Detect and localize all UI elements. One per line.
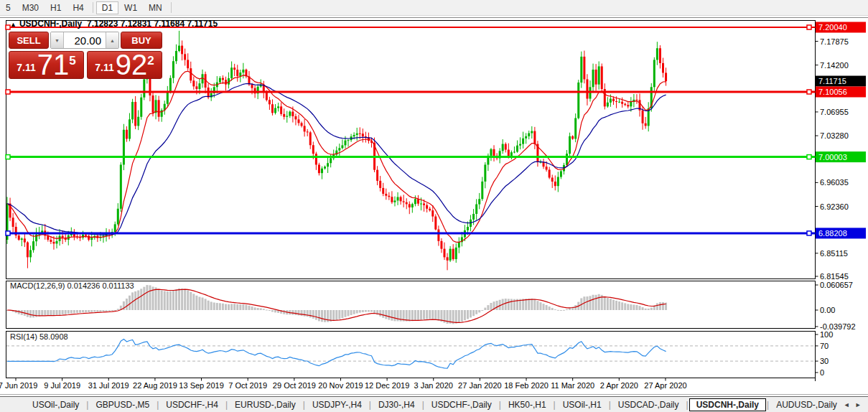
- volume-input[interactable]: 20.00: [64, 32, 106, 48]
- rsi-axis-label: 70: [820, 342, 829, 350]
- chart-tab-audusd-daily[interactable]: AUDUSD-,Daily: [770, 398, 844, 411]
- chart-tab-dj30-h4[interactable]: DJ30-,H4: [372, 398, 421, 411]
- chart-tab-eurusd-daily[interactable]: EURUSD-,Daily: [228, 398, 302, 411]
- chart-tab-usdchf-daily[interactable]: USDCHF-,Daily: [425, 398, 498, 411]
- chart-tab-usdcad-daily[interactable]: USDCAD-,Daily: [612, 398, 686, 411]
- sell-price-display[interactable]: 7.11 71 5: [9, 51, 84, 79]
- chart-tab-gbpusd-m5[interactable]: GBPUSD-,M5: [89, 398, 156, 411]
- macd-indicator-label: MACD(12,26,9) 0.014236 0.011133: [10, 281, 134, 290]
- date-axis-label: 13 Sep 2019: [179, 381, 223, 390]
- price-axis-label: 6.85115: [820, 249, 848, 258]
- tab-scroll-right-icon[interactable]: ►: [855, 401, 862, 408]
- rsi-axis-label: 100: [820, 330, 833, 339]
- level-handle[interactable]: [807, 231, 811, 235]
- timeframe-button-mn[interactable]: MN: [143, 1, 168, 14]
- level-handle[interactable]: [6, 90, 10, 94]
- chart-tab-usoil-daily[interactable]: USOil-,Daily: [26, 398, 85, 411]
- date-axis-label: 18 Feb 2020: [504, 381, 549, 390]
- price-axis-label: 7.03280: [820, 131, 849, 140]
- volume-decrease-button[interactable]: ▼: [51, 32, 64, 48]
- buy-price-sup: 2: [147, 54, 154, 68]
- toolbar-separator: [171, 2, 172, 13]
- chart-tab-hk50-h1[interactable]: HK50-,H1: [502, 398, 553, 411]
- volume-increase-button[interactable]: ▲: [106, 32, 118, 48]
- price-badge-label: 7.11715: [818, 77, 846, 85]
- price-badge-label: 7.20040: [818, 23, 847, 32]
- date-axis-label: 29 Oct 2019: [273, 381, 316, 390]
- price-axis-label: 6.96035: [820, 178, 849, 187]
- date-axis-label: 22 Aug 2019: [133, 381, 177, 390]
- date-axis-label: 31 Jul 2019: [88, 381, 129, 390]
- level-handle[interactable]: [807, 25, 811, 29]
- sell-button[interactable]: SELL: [9, 32, 49, 49]
- buy-button[interactable]: BUY: [121, 32, 162, 49]
- date-axis-label: 20 Nov 2019: [318, 381, 363, 390]
- date-axis-label: 12 Dec 2019: [365, 381, 409, 390]
- timeframe-button-m30[interactable]: M30: [17, 1, 45, 14]
- buy-price-display[interactable]: 7.11 92 2: [87, 51, 162, 79]
- one-click-trading-panel: SELL ▼ 20.00 ▲ BUY 7.11 71 5 7.11 92 2: [9, 32, 162, 79]
- level-handle[interactable]: [807, 155, 811, 159]
- chart-tab-usdchf-h4[interactable]: USDCHF-,H4: [159, 398, 225, 411]
- date-axis-label: 7 Oct 2019: [228, 381, 267, 390]
- chart-expand-arrow-icon[interactable]: ▲: [10, 21, 17, 28]
- price-axis-label: 7.14200: [820, 61, 849, 70]
- macd-axis-label: 0.060657: [820, 281, 853, 289]
- price-badge-label: 7.00003: [818, 153, 847, 161]
- level-handle[interactable]: [6, 155, 10, 159]
- price-axis-label: 6.92360: [820, 202, 849, 211]
- rsi-pane[interactable]: [6, 332, 816, 378]
- date-axis-label: 27 Apr 2020: [644, 381, 686, 390]
- date-axis-label: 3 Jan 2020: [414, 381, 453, 390]
- rsi-axis-label: 0: [820, 368, 824, 377]
- timeframe-toolbar: 5M30H1H4D1W1MN: [0, 0, 868, 16]
- rsi-indicator-label: RSI(14) 58.0908: [10, 332, 68, 341]
- timeframe-button-h4[interactable]: H4: [67, 1, 89, 14]
- sell-price-big: 71: [37, 53, 70, 76]
- price-axis-label: 7.06955: [820, 108, 849, 116]
- chart-symbol-label: USDCNH-,Daily: [19, 19, 82, 29]
- chart-tab-usdcnh-daily[interactable]: USDCNH-,Daily: [689, 398, 766, 411]
- chart-tab-usoil-h1[interactable]: USOil-,H1: [556, 398, 608, 411]
- level-handle[interactable]: [6, 231, 10, 235]
- chart-ohlc-values: 7.12823 7.12831 7.11684 7.11715: [87, 19, 218, 29]
- date-axis-label: 2 Apr 2020: [600, 381, 638, 390]
- timeframe-button-5[interactable]: 5: [0, 1, 17, 14]
- toolbar-separator: [93, 2, 93, 13]
- timeframe-button-d1[interactable]: D1: [96, 1, 118, 14]
- price-axis-label: 6.81545: [820, 272, 849, 281]
- date-axis-label: 27 Jan 2020: [458, 381, 502, 390]
- sell-price-sup: 5: [69, 54, 75, 68]
- price-badge-label: 6.88208: [818, 229, 847, 238]
- price-axis-label: 7.17875: [820, 37, 849, 46]
- date-axis-label: 11 Mar 2020: [551, 381, 594, 390]
- chart-title: ▲USDCNH-,Daily 7.12823 7.12831 7.11684 7…: [10, 19, 218, 29]
- tab-scroll-controls: ◄►: [844, 401, 862, 408]
- price-badge-label: 7.10056: [818, 88, 847, 96]
- timeframe-button-w1[interactable]: W1: [118, 1, 143, 14]
- chart-tab-usdjpy-h4[interactable]: USDJPY-,H4: [306, 398, 368, 411]
- sell-price-prefix: 7.11: [17, 62, 35, 73]
- level-handle[interactable]: [807, 90, 811, 94]
- buy-price-big: 92: [116, 53, 148, 76]
- timeframe-button-h1[interactable]: H1: [45, 1, 67, 14]
- date-axis-label: 9 Jul 2019: [44, 381, 80, 390]
- tab-scroll-left-icon[interactable]: ◄: [844, 401, 850, 408]
- macd-axis-label: 0.00: [820, 306, 835, 314]
- rsi-axis-label: 30: [820, 357, 829, 365]
- chart-tab-bar: USOil-,Daily|GBPUSD-,M5|USDCHF-,H4|EURUS…: [0, 396, 868, 412]
- buy-price-prefix: 7.11: [95, 62, 113, 73]
- date-axis-label: 17 Jun 2019: [0, 381, 37, 390]
- volume-stepper: ▼ 20.00 ▲: [50, 32, 119, 49]
- mt4-window: 5M30H1H4D1W1MN 7.178757.142007.069557.03…: [0, 0, 868, 412]
